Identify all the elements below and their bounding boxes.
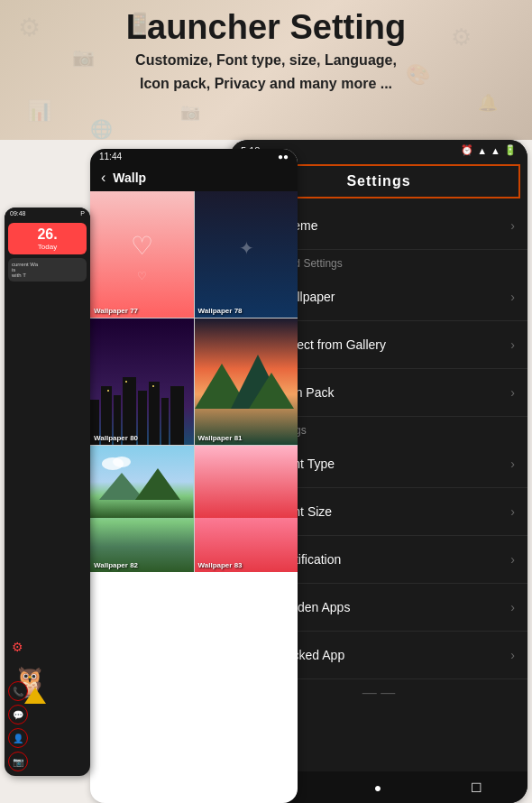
mini-widget: current Wa is with T [8,258,87,282]
wallpaper-time: 11:44 [99,152,122,162]
wallpaper-topbar: ‹ Wallp [90,164,298,191]
dock-phone-icon[interactable]: 📞 [8,681,28,701]
svg-rect-35 [195,446,298,518]
svg-text:♡: ♡ [137,270,147,282]
app-title: Launcher Setting [0,9,532,47]
gallery-label: Select from Gallery [279,337,510,352]
wallpaper-81-label: Wallpaper 81 [198,434,243,442]
phones-area: 09:48 P 26. Today current Wa is with T 🦉… [0,140,532,803]
wallpaper-back-button[interactable]: ‹ [101,170,105,186]
mini-widget-text: current Wa is with T [12,262,83,278]
svg-text:🌐: 🌐 [90,118,113,140]
notification-arrow-icon: › [510,552,515,567]
wallpaper-83-label: Wallpaper 83 [198,561,243,569]
wallpaper-label: Wallpaper [279,290,510,304]
font-size-label: Font Size [279,504,510,519]
hidden-apps-arrow-icon: › [510,600,515,614]
mini-time: 09:48 [10,210,26,217]
nav-home-button[interactable]: ● [374,780,381,795]
icon-pack-label: Icon Pack [279,385,510,400]
wallpaper-item-81[interactable]: Wallpaper 81 [195,318,298,445]
mini-dock: 📞 💬 👤 📷 [8,681,87,771]
font-type-arrow-icon: › [510,457,515,471]
mini-status-icons: P [80,210,85,217]
svg-text:✦: ✦ [238,238,253,258]
notification-label: Notification [279,552,510,567]
wallpaper-82-label: Wallpaper 82 [94,561,138,569]
svg-point-25 [152,385,154,387]
gallery-arrow-icon: › [510,337,515,352]
svg-rect-22 [170,386,184,445]
svg-rect-20 [149,382,160,445]
wallpaper-item-78[interactable]: ✦ Wallpaper 78 [195,191,298,318]
battery-icon: 🔋 [504,144,517,156]
status-icons: ⏰ ▲ ▲ 🔋 [461,144,517,156]
svg-text:📷: 📷 [180,102,201,122]
mini-date: 26. [12,226,83,243]
alarm-icon: ⏰ [461,144,473,156]
svg-point-23 [107,390,109,392]
wallpaper-grid: ♡ ♡ Wallpaper 77 ✦ Wallpaper 78 [90,191,298,572]
wallpaper-77-label: Wallpaper 77 [94,307,138,315]
svg-rect-21 [161,398,169,445]
settings-gear-icon: ⚙ [12,640,23,654]
app-subtitle-1: Customize, Font type, size, Language, [0,51,532,70]
svg-point-24 [125,381,127,383]
dock-message-icon[interactable]: 💬 [8,705,28,725]
wallpaper-78-label: Wallpaper 78 [198,307,243,315]
wallpaper-80-label: Wallpaper 80 [94,434,138,442]
signal-icon: ▲ [477,145,487,156]
header-section: Launcher Setting Customize, Font type, s… [0,9,532,95]
locked-app-arrow-icon: › [510,648,515,662]
dock-contact-icon[interactable]: 👤 [8,728,28,748]
wallpaper-status-icons: ●● [278,152,289,162]
locked-app-label: Locked App [279,648,510,662]
mini-status-bar: 09:48 P [5,208,90,219]
wifi-icon: ▲ [491,145,500,156]
theme-arrow-icon: › [510,218,515,233]
settings-title: Settings [346,173,410,189]
theme-label: Theme [279,218,510,233]
wallpaper-screen-title: Wallp [113,171,146,185]
launcher-preview-phone: 09:48 P 26. Today current Wa is with T 🦉… [5,208,90,776]
mini-date-card: 26. Today [8,223,87,254]
dock-camera-icon[interactable]: 📷 [8,752,28,771]
mini-day: Today [12,243,83,251]
hidden-apps-label: Hidden Apps [279,600,510,614]
nav-recent-button[interactable]: ☐ [471,780,482,795]
wallpaper-status-bar: 11:44 ●● [90,149,298,164]
font-size-arrow-icon: › [510,504,515,519]
svg-text:🔔: 🔔 [478,93,499,113]
wallpaper-item-80[interactable]: Wallpaper 80 [90,318,194,445]
app-subtitle-2: Icon pack, Privacy and many more ... [0,74,532,94]
wallpaper-arrow-icon: › [510,290,515,304]
wallpaper-item-83[interactable]: Wallpaper 83 [195,446,298,572]
svg-text:📊: 📊 [27,98,52,123]
wallpaper-gallery-phone: 11:44 ●● ‹ Wallp ♡ ♡ Wallpaper 77 [90,149,298,803]
wallpaper-item-82[interactable]: Wallpaper 82 [90,446,194,572]
svg-rect-19 [138,391,147,445]
font-type-label: Font Type [279,457,510,471]
icon-pack-arrow-icon: › [510,385,515,400]
svg-point-34 [113,457,131,467]
svg-text:♡: ♡ [131,232,153,260]
svg-rect-30 [90,446,194,518]
wallpaper-item-77[interactable]: ♡ ♡ Wallpaper 77 [90,191,194,318]
